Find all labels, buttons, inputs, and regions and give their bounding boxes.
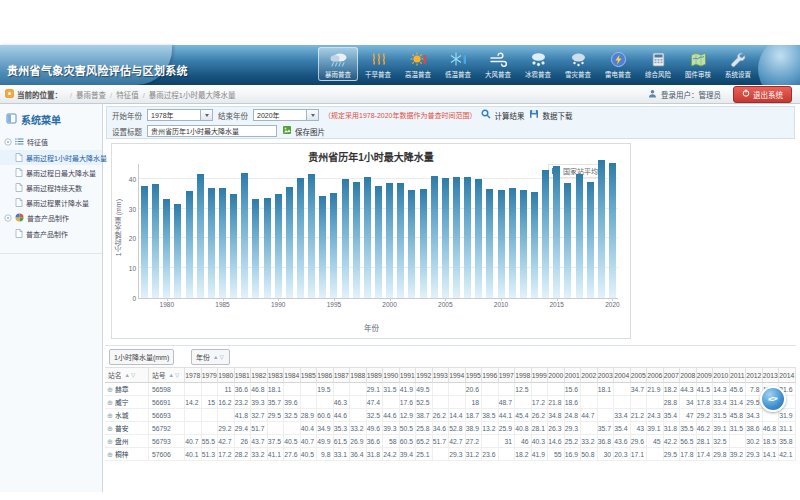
sort-icons[interactable]: ▲▽ bbox=[213, 354, 225, 360]
chart-title-input[interactable] bbox=[147, 125, 277, 137]
value-cell: 39.6 bbox=[284, 396, 301, 409]
chevron-down-icon[interactable] bbox=[306, 110, 318, 120]
expand-icon[interactable]: ⊕ bbox=[107, 425, 113, 432]
col-header-year[interactable]: 2006 bbox=[647, 368, 664, 383]
value-cell: 34 bbox=[680, 396, 697, 409]
menu-icon bbox=[6, 113, 17, 126]
col-header-station-id[interactable]: 站号▲▽ bbox=[149, 368, 185, 383]
start-year-select[interactable]: 1978年 bbox=[147, 109, 213, 121]
col-header-year[interactable]: 1988 bbox=[350, 368, 367, 383]
nav-item-9[interactable]: 综合风险 bbox=[638, 47, 678, 81]
lightning-icon bbox=[609, 50, 628, 69]
expand-icon[interactable]: ⊕ bbox=[107, 386, 113, 393]
logout-button[interactable]: 退出系统 bbox=[733, 86, 792, 103]
col-header-year[interactable]: 1980 bbox=[218, 368, 235, 383]
col-header-year[interactable]: 1995 bbox=[466, 368, 483, 383]
value-cell: 38.6 bbox=[746, 422, 763, 435]
col-header-year[interactable]: 1982 bbox=[251, 368, 268, 383]
col-header-year[interactable]: 2004 bbox=[614, 368, 631, 383]
sidebar-group-1[interactable]: 特征值 bbox=[0, 134, 102, 150]
sidebar-item[interactable]: 暴雨过程1小时最大降水量 bbox=[0, 150, 102, 165]
col-header-year[interactable]: 1991 bbox=[400, 368, 417, 383]
col-header-year[interactable]: 1989 bbox=[367, 368, 384, 383]
data-download-button[interactable]: 数据下载 bbox=[529, 109, 572, 121]
nav-item-2[interactable]: 干旱普查 bbox=[358, 47, 398, 81]
col-header-year[interactable]: 2001 bbox=[565, 368, 582, 383]
col-header-year[interactable]: 2002 bbox=[581, 368, 598, 383]
col-header-year[interactable]: 2015 bbox=[796, 368, 797, 383]
col-header-year[interactable]: 1981 bbox=[235, 368, 252, 383]
nav-item-6[interactable]: 冰雹普查 bbox=[518, 47, 558, 81]
col-header-year[interactable]: 1997 bbox=[499, 368, 516, 383]
col-header-year[interactable]: 1994 bbox=[449, 368, 466, 383]
col-header-year[interactable]: 1996 bbox=[482, 368, 499, 383]
sidebar-item[interactable]: 暴雨过程日最大降水量 bbox=[0, 165, 102, 180]
col-header-year[interactable]: 2008 bbox=[680, 368, 697, 383]
expand-icon[interactable]: ⊕ bbox=[107, 399, 113, 406]
chevron-down-icon[interactable] bbox=[200, 110, 212, 120]
user-area: 登录用户：管理员 退出系统 bbox=[648, 86, 800, 103]
value-cell: 25.9 bbox=[499, 422, 516, 435]
end-year-select[interactable]: 2020年 bbox=[253, 109, 319, 121]
breadcrumb-item[interactable]: 暴雨过程1小时最大降水量 bbox=[149, 91, 236, 100]
col-header-year[interactable]: 2010 bbox=[713, 368, 730, 383]
col-header-year[interactable]: 1979 bbox=[202, 368, 219, 383]
col-header-year[interactable]: 2014 bbox=[779, 368, 796, 383]
value-cell: 33.4 bbox=[614, 409, 631, 422]
sidebar-item[interactable]: 普查产品制作 bbox=[0, 226, 102, 241]
calc-result-button[interactable]: 计算结果 bbox=[481, 109, 524, 121]
nav-item-10[interactable]: 图件审核 bbox=[678, 47, 718, 81]
toggle-icon[interactable] bbox=[4, 138, 12, 147]
expand-icon[interactable]: ⊕ bbox=[107, 438, 113, 445]
value-cell: 17.4 bbox=[697, 448, 714, 461]
nav-item-11[interactable]: 系统设置 bbox=[718, 47, 758, 81]
expand-icon[interactable]: ⊕ bbox=[107, 451, 113, 458]
x-tick-label: 2010 bbox=[494, 301, 508, 308]
value-cell: 52.8 bbox=[449, 422, 466, 435]
nav-item-3[interactable]: 高温普查 bbox=[398, 47, 438, 81]
sidebar-item[interactable]: 暴雨过程累计降水量 bbox=[0, 195, 102, 210]
nav-item-4[interactable]: 低温普查 bbox=[438, 47, 478, 81]
col-header-year[interactable]: 2011 bbox=[730, 368, 747, 383]
measure-field[interactable]: 1小时降水量(mm) bbox=[109, 349, 174, 365]
save-image-button[interactable]: 保存图片 bbox=[282, 125, 325, 137]
nav-item-5[interactable]: 大风普查 bbox=[478, 47, 518, 81]
col-header-year[interactable]: 1986 bbox=[317, 368, 334, 383]
floating-helper-button[interactable] bbox=[760, 386, 786, 412]
breadcrumb-item[interactable]: 特征值 bbox=[116, 91, 139, 100]
value-cell: 33.2 bbox=[251, 448, 268, 461]
value-cell bbox=[202, 409, 219, 422]
nav-item-8[interactable]: 雷电普查 bbox=[598, 47, 638, 81]
col-header-year[interactable]: 1983 bbox=[268, 368, 285, 383]
doc-icon bbox=[15, 168, 23, 178]
data-table: 1小时降水量(mm) 年份 ▲▽ 站名▲▽站号▲▽197819791980198… bbox=[105, 345, 796, 496]
year-field[interactable]: 年份 ▲▽ bbox=[191, 349, 230, 365]
col-header-year[interactable]: 1984 bbox=[284, 368, 301, 383]
col-header-year[interactable]: 2005 bbox=[631, 368, 648, 383]
breadcrumb-item[interactable]: 暴雨普查 bbox=[76, 91, 106, 100]
col-header-year[interactable]: 2000 bbox=[548, 368, 565, 383]
nav-item-7[interactable]: 雪灾普查 bbox=[558, 47, 598, 81]
value-cell: 18.2 bbox=[515, 448, 532, 461]
col-header-year[interactable]: 2007 bbox=[664, 368, 681, 383]
sidebar-header: 系统菜单 bbox=[0, 104, 102, 134]
sidebar-item[interactable]: 暴雨过程持续天数 bbox=[0, 180, 102, 195]
col-header-year[interactable]: 2013 bbox=[763, 368, 780, 383]
col-header-station-name[interactable]: 站名▲▽ bbox=[105, 368, 149, 383]
col-header-year[interactable]: 2009 bbox=[697, 368, 714, 383]
value-cell: 39.3 bbox=[383, 422, 400, 435]
sidebar-group-2[interactable]: 普查产品制作 bbox=[0, 210, 102, 226]
col-header-year[interactable]: 1978 bbox=[185, 368, 202, 383]
col-header-year[interactable]: 1998 bbox=[515, 368, 532, 383]
col-header-year[interactable]: 2003 bbox=[598, 368, 615, 383]
col-header-year[interactable]: 1990 bbox=[383, 368, 400, 383]
col-header-year[interactable]: 1999 bbox=[532, 368, 549, 383]
col-header-year[interactable]: 1985 bbox=[301, 368, 318, 383]
nav-item-1[interactable]: 暴雨普查 bbox=[318, 47, 358, 81]
col-header-year[interactable]: 2012 bbox=[746, 368, 763, 383]
col-header-year[interactable]: 1993 bbox=[433, 368, 450, 383]
col-header-year[interactable]: 1987 bbox=[334, 368, 351, 383]
expand-icon[interactable]: ⊕ bbox=[107, 412, 113, 419]
toggle-icon[interactable] bbox=[4, 214, 12, 223]
col-header-year[interactable]: 1992 bbox=[416, 368, 433, 383]
